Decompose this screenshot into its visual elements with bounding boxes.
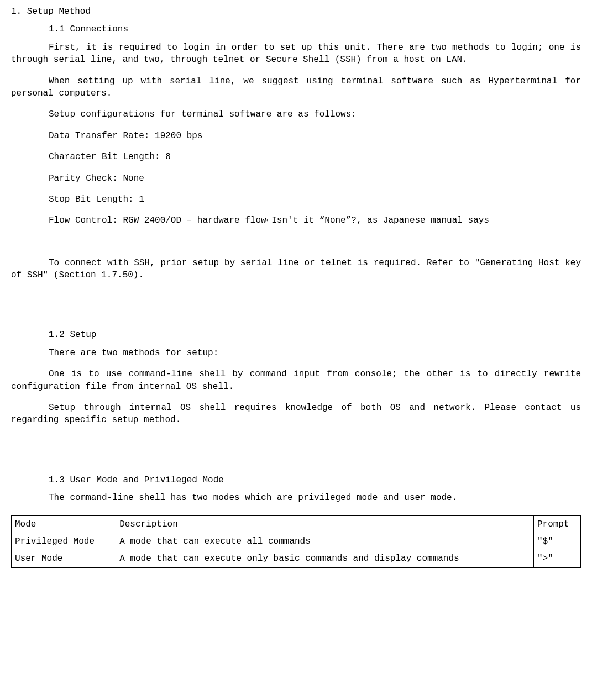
section-1-3-title: 1.3 User Mode and Privileged Mode xyxy=(11,474,581,486)
section-1-title: 1. Setup Method xyxy=(11,6,581,18)
table-cell-prompt: "$" xyxy=(533,533,580,550)
paragraph: First, it is required to login in order … xyxy=(11,41,581,66)
config-charbit: Character Bit Length: 8 xyxy=(11,151,581,163)
section-1-2-title: 1.2 Setup xyxy=(11,329,581,341)
paragraph: One is to use command-line shell by comm… xyxy=(11,368,581,393)
config-stopbit: Stop Bit Length: 1 xyxy=(11,193,581,206)
config-intro: Setup configurations for terminal softwa… xyxy=(11,108,581,120)
table-cell-prompt: ">" xyxy=(533,550,580,567)
paragraph: The command-line shell has two modes whi… xyxy=(11,492,581,504)
table-row: Privileged Mode A mode that can execute … xyxy=(12,533,581,550)
config-rate: Data Transfer Rate: 19200 bps xyxy=(11,130,581,142)
table-cell-desc: A mode that can execute all commands xyxy=(116,533,534,550)
config-parity: Parity Check: None xyxy=(11,172,581,185)
paragraph: To connect with SSH, prior setup by seri… xyxy=(11,257,581,282)
config-flow: Flow Control: RGW 2400/OD – hardware flo… xyxy=(11,214,581,227)
table-header-desc: Description xyxy=(116,515,534,533)
paragraph: Setup through internal OS shell requires… xyxy=(11,402,581,427)
table-header-row: Mode Description Prompt xyxy=(12,515,581,533)
table-header-mode: Mode xyxy=(12,515,116,533)
table-cell-mode: User Mode xyxy=(12,550,116,567)
table-row: User Mode A mode that can execute only b… xyxy=(12,550,581,567)
paragraph: When setting up with serial line, we sug… xyxy=(11,75,581,100)
table-cell-desc: A mode that can execute only basic comma… xyxy=(116,550,534,567)
paragraph: There are two methods for setup: xyxy=(11,347,581,359)
table-cell-mode: Privileged Mode xyxy=(12,533,116,550)
mode-table: Mode Description Prompt Privileged Mode … xyxy=(11,515,581,568)
section-1-1-title: 1.1 Connections xyxy=(11,23,581,35)
table-header-prompt: Prompt xyxy=(533,515,580,533)
